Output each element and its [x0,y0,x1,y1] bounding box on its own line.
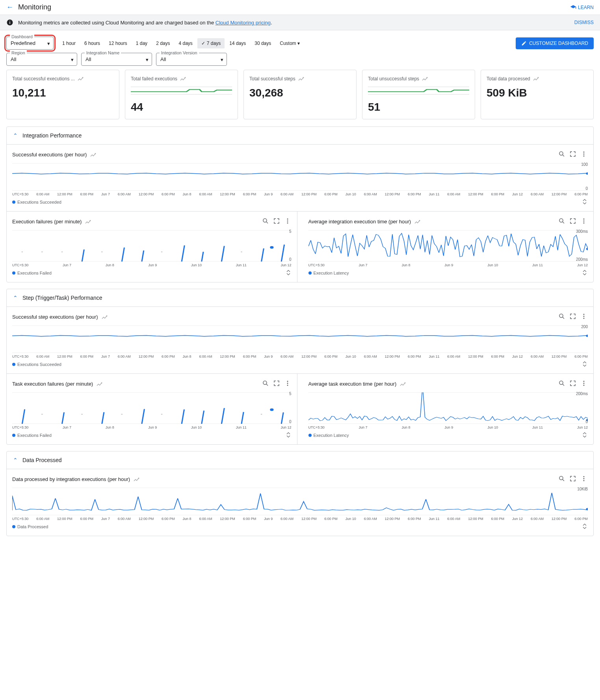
trend-icon [133,476,139,483]
stat-card: Total failed executions 44 [125,70,238,119]
more-menu-icon[interactable] [580,312,588,321]
legend-dot-icon [308,434,312,437]
section: ⌃Data ProcessedData processed by integra… [6,451,594,536]
zoom-icon[interactable] [558,475,566,484]
stat-card: Total successful steps 30,268 [243,70,357,119]
legend: Executions Succeeded [12,361,588,368]
stat-card: Total data processed 509 KiB [481,70,594,119]
filter-integration-name[interactable]: Integration NameAll▾ [81,53,152,66]
fullscreen-icon[interactable] [273,217,280,226]
more-menu-icon[interactable] [284,379,292,388]
svg-point-28 [270,246,273,249]
svg-text:-: - [161,412,163,416]
more-menu-icon[interactable] [580,150,588,159]
chart-area: 200 [12,325,588,353]
panel-title: Successful step executions (per hour) [12,314,98,320]
sort-icon[interactable] [581,361,588,368]
dropdown-arrow-icon: ▾ [221,56,223,62]
dashboard-select[interactable]: Dashboard Predefined ▾ [6,37,54,50]
svg-line-50 [281,412,283,424]
fullscreen-icon[interactable] [569,312,577,321]
more-menu-icon[interactable] [284,217,292,226]
svg-text:-: - [260,412,262,416]
time-range-1-hour[interactable]: 1 hour [58,38,80,48]
svg-line-41 [102,412,104,424]
section-header: ⌃Step (Trigger/Task) Performance [7,289,593,306]
time-range-7-days[interactable]: ✓ 7 days [197,38,225,48]
stat-title: Total successful executions ... [12,76,75,82]
sort-icon[interactable] [285,432,292,439]
sort-icon[interactable] [581,269,588,277]
x-axis: UTC+5:306:00 AM12:00 PM6:00 PMJun 76:00 … [12,517,588,521]
time-range-6-hours[interactable]: 6 hours [80,38,104,48]
zoom-icon[interactable] [558,217,566,226]
stat-value: 10,211 [12,87,113,99]
x-axis: UTC+5:306:00 AM12:00 PM6:00 PMJun 76:00 … [12,192,588,196]
svg-rect-7 [9,22,10,24]
trend-icon [101,314,108,320]
dropdown-arrow-icon: ▾ [47,40,50,46]
customize-dashboard-button[interactable]: CUSTOMIZE DASHBOARD [516,37,594,49]
filter-region[interactable]: RegionAll▾ [6,53,77,66]
legend-dot-icon [12,201,15,204]
time-range-custom[interactable]: Custom ▾ [276,38,304,48]
pricing-link[interactable]: Cloud Monitoring pricing [215,20,271,26]
chart-panel: Execution failures (per minute)5------0U… [7,212,297,282]
svg-line-17 [82,249,84,262]
collapse-chevron-icon[interactable]: ⌃ [13,132,18,139]
stat-title: Total unsuccessful steps [368,76,419,82]
back-arrow-icon[interactable]: ← [6,3,13,11]
svg-text:-: - [81,412,83,416]
more-menu-icon[interactable] [580,475,588,484]
collapse-chevron-icon[interactable]: ⌃ [13,295,18,301]
collapse-chevron-icon[interactable]: ⌃ [13,457,18,463]
svg-text:-: - [241,249,243,254]
filter-integration-version[interactable]: Integration VersionAll▾ [156,53,227,66]
panel-title: Average integration execution time (per … [308,219,411,225]
trend-icon [96,381,102,387]
time-range-2-days[interactable]: 2 days [152,38,174,48]
sort-icon[interactable] [581,432,588,439]
trend-icon [180,76,186,82]
time-range-14-days[interactable]: 14 days [225,38,250,48]
zoom-icon[interactable] [558,312,566,321]
learn-link[interactable]: LEARN [570,4,594,11]
more-menu-icon[interactable] [580,379,588,388]
check-icon: ✓ [201,41,205,46]
stat-title: Total successful steps [249,76,295,82]
time-range-30-days[interactable]: 30 days [251,38,275,48]
chart-area: 5------0 [12,230,292,262]
sort-icon[interactable] [581,199,588,206]
zoom-icon[interactable] [558,150,566,159]
legend-dot-icon [12,434,15,437]
zoom-icon[interactable] [262,217,269,226]
dismiss-button[interactable]: DISMISS [574,20,594,25]
svg-point-57 [586,508,588,511]
fullscreen-icon[interactable] [569,475,577,484]
time-range-4-days[interactable]: 4 days [175,38,196,48]
fullscreen-icon[interactable] [569,217,577,226]
legend-dot-icon [308,271,312,275]
zoom-icon[interactable] [262,379,269,388]
legend: Executions Succeeded [12,199,588,206]
panel-title: Successful executions (per hour) [12,152,87,158]
fullscreen-icon[interactable] [569,379,577,388]
time-range-12-hours[interactable]: 12 hours [105,38,131,48]
svg-line-26 [262,249,264,262]
svg-line-22 [182,245,184,262]
fullscreen-icon[interactable] [273,379,280,388]
time-range-1-day[interactable]: 1 day [132,38,151,48]
fullscreen-icon[interactable] [569,150,577,159]
svg-text:-: - [21,249,23,254]
controls-row: Dashboard Predefined ▾ 1 hour6 hours12 h… [0,30,600,53]
sort-icon[interactable] [285,269,292,277]
pencil-icon [521,41,527,46]
more-menu-icon[interactable] [580,217,588,226]
section: ⌃Integration PerformanceSuccessful execu… [6,126,594,282]
zoom-icon[interactable] [558,379,566,388]
panel-title: Data processed by integration executions… [12,476,130,482]
sort-icon[interactable] [581,523,588,530]
svg-point-51 [270,408,273,411]
legend: Data Processed [12,523,588,530]
stat-value: 44 [131,101,232,113]
